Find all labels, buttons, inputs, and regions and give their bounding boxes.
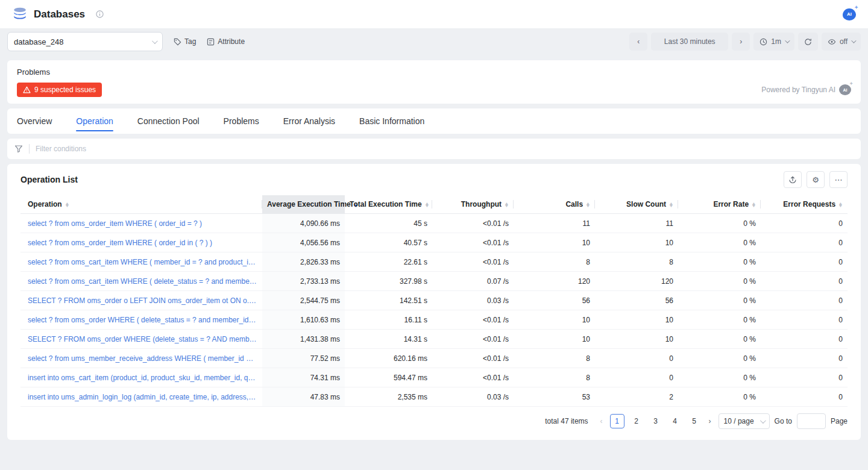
time-range-button[interactable]: Last 30 minutes [651, 33, 728, 51]
table-row: select ? from oms_order_item WHERE ( ord… [20, 214, 848, 233]
time-next-button[interactable]: › [732, 33, 750, 51]
column-header-error-rate[interactable]: Error Rate▲▼ [678, 195, 761, 214]
calls-cell: 10 [514, 233, 595, 252]
operation-link[interactable]: select ? from oms_cart_item WHERE ( memb… [28, 258, 257, 266]
column-header-throughput[interactable]: Throughput▲▼ [432, 195, 514, 214]
info-icon[interactable] [96, 10, 104, 18]
page-size-select[interactable]: 10 / page [719, 413, 770, 429]
app-logo: Databases [12, 7, 104, 22]
column-header-operation[interactable]: Operation▲▼ [20, 195, 262, 214]
table-row: insert into ums_admin_login_log (admin_i… [20, 387, 848, 407]
filter-conditions-input[interactable] [36, 145, 854, 153]
column-header-slow-count[interactable]: Slow Count▲▼ [595, 195, 678, 214]
sort-icon[interactable]: ▲▼ [65, 202, 69, 207]
more-actions-button[interactable]: ⋯ [829, 171, 848, 188]
attribute-icon [207, 38, 215, 46]
column-header-total-execution-time[interactable]: Total Execution Time▲▼ [345, 195, 432, 214]
interval-dropdown[interactable]: 1m [753, 33, 794, 51]
tab-error-analysis[interactable]: Error Analysis [283, 108, 335, 134]
sort-icon[interactable]: ▲▼ [425, 202, 429, 207]
auto-refresh-dropdown[interactable]: off [822, 33, 861, 51]
pagination-next-button[interactable]: › [706, 417, 714, 425]
error-requests-cell: 0 [761, 368, 848, 387]
calls-cell: 8 [514, 252, 595, 272]
operation-link[interactable]: select ? from oms_order_item WHERE ( ord… [28, 239, 257, 247]
operation-cell: select ? from oms_order WHERE ( delete_s… [20, 310, 262, 330]
error-rate-cell: 0 % [678, 349, 761, 368]
tab-operation[interactable]: Operation [76, 108, 113, 134]
interval-label: 1m [771, 37, 781, 46]
problems-title: Problems [17, 67, 851, 77]
slow-cell: 11 [595, 214, 678, 233]
throughput-cell: <0.01 /s [432, 330, 514, 349]
refresh-button[interactable] [798, 33, 818, 51]
slow-cell: 56 [595, 291, 678, 310]
settings-button[interactable]: ⚙ [807, 171, 825, 188]
total-cell: 594.47 ms [345, 368, 432, 387]
operation-link[interactable]: select ? from oms_cart_item WHERE ( dele… [28, 277, 257, 286]
avg-cell: 47.83 ms [262, 387, 345, 407]
attribute-label: Attribute [218, 37, 245, 46]
total-cell: 142.51 s [345, 291, 432, 310]
column-header-average-execution-time[interactable]: Average Execution Time▲▼ [262, 195, 345, 214]
tingyun-ai-logo[interactable]: AI [843, 8, 856, 20]
calls-cell: 10 [514, 330, 595, 349]
error-rate-cell: 0 % [678, 368, 761, 387]
operation-list-title: Operation List [20, 175, 78, 184]
sort-icon[interactable]: ▲▼ [752, 202, 756, 207]
export-button[interactable] [784, 171, 802, 188]
operation-cell: SELECT ? FROM oms_order o LEFT JOIN oms_… [20, 291, 262, 310]
throughput-cell: 0.03 /s [432, 387, 514, 407]
calls-cell: 56 [514, 291, 595, 310]
total-cell: 40.57 s [345, 233, 432, 252]
sort-icon[interactable]: ▲▼ [505, 202, 509, 207]
column-header-error-requests[interactable]: Error Requests▲▼ [761, 195, 848, 214]
table-row: SELECT ? FROM oms_order o LEFT JOIN oms_… [20, 291, 848, 310]
operation-link[interactable]: SELECT ? FROM oms_order WHERE (delete_st… [28, 335, 257, 343]
sort-icon[interactable]: ▲▼ [669, 202, 673, 207]
goto-page-input[interactable] [797, 413, 826, 429]
suspected-issues-badge[interactable]: 9 suspected issues [17, 83, 102, 97]
chevron-down-icon [152, 38, 158, 44]
table-row: select ? from oms_cart_item WHERE ( memb… [20, 252, 848, 272]
avg-cell: 74.31 ms [262, 368, 345, 387]
tab-basic-information[interactable]: Basic Information [359, 108, 424, 134]
tag-button[interactable]: Tag [174, 37, 196, 46]
calls-cell: 53 [514, 387, 595, 407]
table-row: SELECT ? FROM oms_order WHERE (delete_st… [20, 330, 848, 349]
time-prev-button[interactable]: ‹ [629, 33, 647, 51]
operation-link[interactable]: select ? from oms_order_item WHERE ( ord… [28, 219, 257, 228]
pagination-page-4[interactable]: 4 [668, 414, 682, 428]
sort-icon[interactable]: ▲▼ [586, 202, 590, 207]
gear-icon: ⚙ [812, 175, 819, 184]
pagination-prev-button[interactable]: ‹ [598, 417, 605, 425]
ellipsis-icon: ⋯ [835, 175, 843, 184]
column-header-calls[interactable]: Calls▲▼ [514, 195, 595, 214]
operation-link[interactable]: select ? from ums_member_receive_address… [28, 354, 257, 363]
attribute-button[interactable]: Attribute [207, 37, 245, 46]
operation-link[interactable]: insert into oms_cart_item (product_id, p… [28, 374, 257, 382]
tab-overview[interactable]: Overview [17, 108, 52, 134]
throughput-cell: 0.07 /s [432, 272, 514, 291]
operation-link[interactable]: select ? from oms_order WHERE ( delete_s… [28, 316, 257, 324]
suspected-issues-label: 9 suspected issues [34, 86, 96, 94]
clock-icon [760, 38, 767, 46]
pagination-page-5[interactable]: 5 [687, 414, 702, 428]
calls-cell: 10 [514, 310, 595, 330]
refresh-icon [804, 38, 812, 46]
tab-connection-pool[interactable]: Connection Pool [137, 108, 200, 134]
operation-cell: select ? from oms_order_item WHERE ( ord… [20, 233, 262, 252]
operation-link[interactable]: SELECT ? FROM oms_order o LEFT JOIN oms_… [28, 296, 257, 305]
total-cell: 14.31 s [345, 330, 432, 349]
pagination-page-3[interactable]: 3 [649, 414, 663, 428]
slow-cell: 2 [595, 387, 678, 407]
operation-link[interactable]: insert into ums_admin_login_log (admin_i… [28, 393, 257, 401]
slow-cell: 0 [595, 349, 678, 368]
sort-icon[interactable]: ▲▼ [838, 202, 843, 207]
tabs-bar: OverviewOperationConnection PoolProblems… [7, 108, 861, 134]
pagination-page-1[interactable]: 1 [610, 414, 624, 428]
pagination-page-2[interactable]: 2 [629, 414, 644, 428]
problems-card: Problems 9 suspected issues Powered by T… [7, 60, 861, 104]
tab-problems[interactable]: Problems [224, 108, 259, 134]
database-select[interactable]: database_248 [7, 32, 163, 51]
